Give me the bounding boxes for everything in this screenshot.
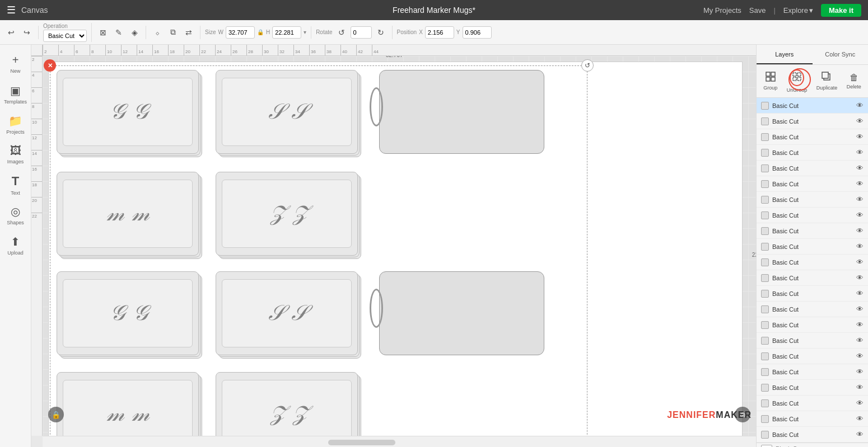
letter-g: 𝒢 bbox=[109, 99, 124, 124]
ruler-top: 2 4 6 8 10 12 14 16 18 20 22 24 26 28 30… bbox=[43, 45, 756, 56]
design-group-z1: 𝒵 𝒵 bbox=[216, 172, 358, 256]
layer-visibility-icon[interactable]: 👁 bbox=[856, 274, 864, 282]
align-button[interactable]: ⬦ bbox=[151, 26, 164, 39]
layer-item[interactable]: Basic Cut 👁 bbox=[757, 380, 868, 396]
size-width-input[interactable] bbox=[226, 26, 255, 39]
layer-item[interactable]: Basic Cut 👁 bbox=[757, 396, 868, 411]
layer-item[interactable]: Basic Cut 👁 bbox=[757, 208, 868, 223]
layer-visibility-icon[interactable]: 👁 bbox=[856, 164, 864, 172]
redo-button[interactable]: ↪ bbox=[20, 26, 34, 39]
layer-visibility-icon[interactable]: 👁 bbox=[856, 305, 864, 313]
layer-item[interactable]: Basic Cut 👁 bbox=[757, 411, 868, 427]
layer-item[interactable]: Basic Cut 👁 bbox=[757, 349, 868, 364]
arrange-button[interactable]: ⧉ bbox=[166, 26, 180, 39]
layer-item[interactable]: Basic Cut 👁 bbox=[757, 129, 868, 145]
svg-rect-3 bbox=[771, 77, 775, 81]
explore-button[interactable]: Explore ▾ bbox=[783, 6, 813, 15]
design-group-g2: 𝒢 𝒢 bbox=[57, 271, 199, 355]
tab-layers[interactable]: Layers bbox=[757, 45, 813, 64]
ungroup-tool[interactable]: UnGroup bbox=[785, 68, 810, 94]
pos-y-input[interactable] bbox=[463, 26, 492, 39]
sidebar-item-upload[interactable]: ⬆ Upload bbox=[2, 230, 29, 260]
layer-visibility-icon[interactable]: 👁 bbox=[856, 430, 864, 439]
sidebar-item-text[interactable]: T Text bbox=[2, 170, 29, 199]
templates-icon: ▣ bbox=[10, 84, 21, 97]
layer-item[interactable]: Basic Cut 👁 bbox=[757, 161, 868, 176]
pos-x-input[interactable] bbox=[425, 26, 454, 39]
duplicate-tool[interactable]: Duplicate bbox=[814, 70, 840, 92]
canvas-content[interactable]: 32.707" 22.281" ✕ ↺ 𝒢 bbox=[43, 56, 756, 436]
layer-visibility-icon[interactable]: 👁 bbox=[856, 195, 864, 204]
zoom-fit-button[interactable]: ⊕ bbox=[735, 407, 750, 422]
top-bar: ☰ Canvas Freehard Marker Mugs* My Projec… bbox=[0, 0, 868, 20]
menu-icon[interactable]: ☰ bbox=[7, 4, 16, 16]
layer-visibility-icon[interactable]: 👁 bbox=[856, 415, 864, 423]
rotate-cw-button[interactable]: ↻ bbox=[374, 26, 388, 39]
save-link[interactable]: Save bbox=[749, 6, 766, 15]
edit-button[interactable]: ✎ bbox=[112, 26, 125, 39]
sidebar-item-templates[interactable]: ▣ Templates bbox=[2, 79, 29, 109]
layer-visibility-icon[interactable]: 👁 bbox=[856, 133, 864, 141]
rotate-ccw-button[interactable]: ↺ bbox=[335, 26, 348, 39]
offset-button[interactable]: ◈ bbox=[128, 26, 141, 39]
sidebar-item-new[interactable]: + New bbox=[2, 49, 29, 78]
layer-visibility-icon[interactable]: 👁 bbox=[856, 321, 864, 329]
layer-item[interactable]: Basic Cut 👁 bbox=[757, 239, 868, 255]
layer-visibility-icon[interactable]: 👁 bbox=[856, 368, 864, 376]
canvas-area[interactable]: 2 4 6 8 10 12 14 16 18 20 22 24 26 28 30… bbox=[31, 45, 756, 447]
letter-s: 𝒮 bbox=[291, 99, 306, 124]
canvas-white: 32.707" 22.281" ✕ ↺ 𝒢 bbox=[48, 62, 743, 436]
my-projects-link[interactable]: My Projects bbox=[703, 6, 741, 15]
layer-item[interactable]: Basic Cut 👁 bbox=[757, 145, 868, 161]
layer-visibility-icon[interactable]: 👁 bbox=[856, 383, 864, 392]
layer-item[interactable]: Basic Cut 👁 bbox=[757, 317, 868, 333]
layer-item[interactable]: Basic Cut 👁 bbox=[757, 333, 868, 349]
letter-z: 𝒵 bbox=[291, 201, 305, 226]
canvas-scrollbar-h[interactable] bbox=[43, 436, 756, 447]
layer-item[interactable]: Basic Cut 👁 bbox=[757, 364, 868, 380]
layer-visibility-icon[interactable]: 👁 bbox=[856, 336, 864, 345]
layer-visibility-icon[interactable]: 👁 bbox=[856, 180, 864, 188]
deselect-button[interactable]: ⊠ bbox=[96, 26, 110, 39]
layer-item[interactable]: Basic Cut 👁 bbox=[757, 427, 868, 443]
layer-visibility-icon[interactable]: 👁 bbox=[856, 227, 864, 235]
rotate-input[interactable] bbox=[351, 26, 372, 39]
group-tool[interactable]: Group bbox=[761, 70, 780, 92]
close-selection-button[interactable]: ✕ bbox=[44, 59, 56, 72]
layer-visibility-icon[interactable]: 👁 bbox=[856, 242, 864, 251]
layer-visibility-icon[interactable]: 👁 bbox=[856, 148, 864, 157]
layer-name: Basic Cut bbox=[772, 384, 854, 391]
size-height-input[interactable] bbox=[272, 26, 301, 39]
layer-item[interactable]: Basic Cut 👁 bbox=[757, 223, 868, 239]
operation-select[interactable]: Basic Cut bbox=[43, 30, 87, 42]
layer-item[interactable]: Basic Cut 👁 bbox=[757, 192, 868, 208]
layer-item[interactable]: Basic Cut 👁 bbox=[757, 114, 868, 129]
sidebar-item-projects[interactable]: 📁 Projects bbox=[2, 110, 29, 139]
blank-canvas-row[interactable]: Blank Canvas bbox=[757, 443, 868, 447]
lock-canvas-button[interactable]: 🔒 bbox=[48, 407, 64, 422]
layer-visibility-icon[interactable]: 👁 bbox=[856, 352, 864, 360]
rotate-handle[interactable]: ↺ bbox=[581, 59, 594, 72]
layer-visibility-icon[interactable]: 👁 bbox=[856, 211, 864, 219]
layer-visibility-icon[interactable]: 👁 bbox=[856, 117, 864, 125]
undo-button[interactable]: ↩ bbox=[4, 26, 18, 39]
layer-item[interactable]: Basic Cut 👁 bbox=[757, 302, 868, 317]
layer-visibility-icon[interactable]: 👁 bbox=[856, 101, 864, 110]
layer-visibility-icon[interactable]: 👁 bbox=[856, 289, 864, 298]
make-it-button[interactable]: Make it bbox=[821, 4, 861, 17]
letter-s: 𝒮 bbox=[268, 300, 283, 326]
sidebar-item-images[interactable]: 🖼 Images bbox=[2, 140, 29, 169]
tab-color-sync[interactable]: Color Sync bbox=[813, 45, 869, 64]
layer-visibility-icon[interactable]: 👁 bbox=[856, 399, 864, 407]
position-group: Position X Y bbox=[397, 26, 496, 39]
flip-button[interactable]: ⇄ bbox=[182, 26, 195, 39]
layer-item[interactable]: Basic Cut 👁 bbox=[757, 176, 868, 192]
layer-item[interactable]: Basic Cut 👁 bbox=[757, 286, 868, 302]
sidebar-item-shapes[interactable]: ◎ Shapes bbox=[2, 200, 29, 229]
layer-visibility-icon[interactable]: 👁 bbox=[856, 258, 864, 266]
layer-item[interactable]: Basic Cut 👁 bbox=[757, 98, 868, 114]
layer-item[interactable]: Basic Cut 👁 bbox=[757, 255, 868, 270]
layer-item[interactable]: Basic Cut 👁 bbox=[757, 270, 868, 286]
design-group-g1: 𝒢 𝒢 bbox=[57, 70, 199, 154]
delete-tool[interactable]: 🗑 Delete bbox=[844, 72, 864, 91]
